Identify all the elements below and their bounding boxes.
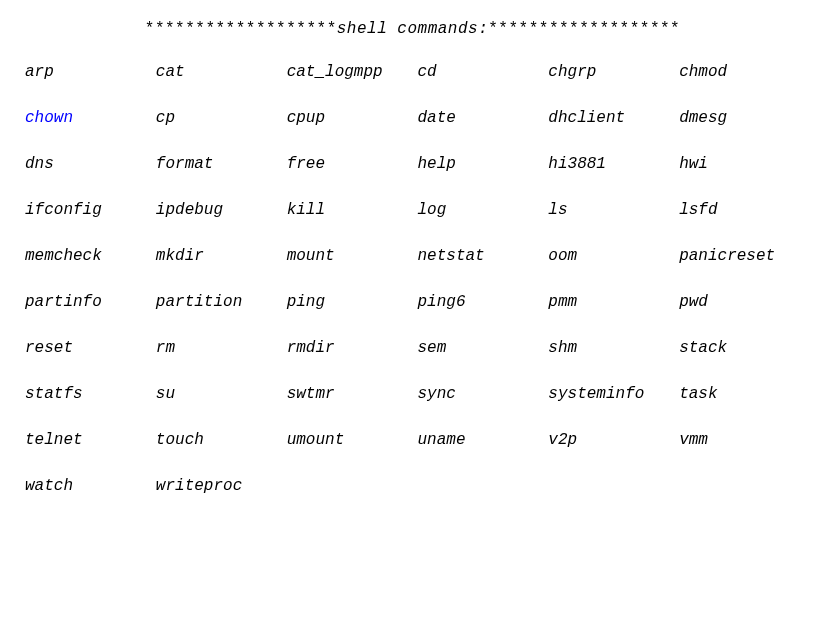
cmd-log[interactable]: log xyxy=(418,201,539,219)
cmd-chmod[interactable]: chmod xyxy=(679,63,800,81)
cmd-umount[interactable]: umount xyxy=(287,431,408,449)
cmd-lsfd[interactable]: lsfd xyxy=(679,201,800,219)
cmd-panicreset[interactable]: panicreset xyxy=(679,247,800,265)
cmd-oom[interactable]: oom xyxy=(548,247,669,265)
cmd-hi3881[interactable]: hi3881 xyxy=(548,155,669,173)
cmd-systeminfo[interactable]: systeminfo xyxy=(548,385,669,403)
cmd-ping6[interactable]: ping6 xyxy=(418,293,539,311)
cmd-dmesg[interactable]: dmesg xyxy=(679,109,800,127)
cmd-partition[interactable]: partition xyxy=(156,293,277,311)
cmd-arp[interactable]: arp xyxy=(25,63,146,81)
cmd-v2p[interactable]: v2p xyxy=(548,431,669,449)
cmd-touch[interactable]: touch xyxy=(156,431,277,449)
cmd-stack[interactable]: stack xyxy=(679,339,800,357)
header-suffix-stars: ******************* xyxy=(488,20,680,38)
cmd-pmm[interactable]: pmm xyxy=(548,293,669,311)
cmd-chown[interactable]: chown xyxy=(25,109,146,127)
cmd-ls[interactable]: ls xyxy=(548,201,669,219)
cmd-ipdebug[interactable]: ipdebug xyxy=(156,201,277,219)
cmd-netstat[interactable]: netstat xyxy=(418,247,539,265)
cmd-dns[interactable]: dns xyxy=(25,155,146,173)
cmd-telnet[interactable]: telnet xyxy=(25,431,146,449)
cmd-ifconfig[interactable]: ifconfig xyxy=(25,201,146,219)
shell-commands-header: *******************shell commands:******… xyxy=(25,20,800,38)
cmd-cat_logmpp[interactable]: cat_logmpp xyxy=(287,63,408,81)
header-title: shell commands: xyxy=(337,20,489,38)
header-prefix-stars: ******************* xyxy=(145,20,337,38)
cmd-ping[interactable]: ping xyxy=(287,293,408,311)
cmd-task[interactable]: task xyxy=(679,385,800,403)
cmd-rm[interactable]: rm xyxy=(156,339,277,357)
cmd-cd[interactable]: cd xyxy=(418,63,539,81)
cmd-sync[interactable]: sync xyxy=(418,385,539,403)
cmd-help[interactable]: help xyxy=(418,155,539,173)
cmd-mkdir[interactable]: mkdir xyxy=(156,247,277,265)
cmd-shm[interactable]: shm xyxy=(548,339,669,357)
cmd-cat[interactable]: cat xyxy=(156,63,277,81)
cmd-free[interactable]: free xyxy=(287,155,408,173)
cmd-hwi[interactable]: hwi xyxy=(679,155,800,173)
cmd-cp[interactable]: cp xyxy=(156,109,277,127)
cmd-watch[interactable]: watch xyxy=(25,477,146,495)
cmd-cpup[interactable]: cpup xyxy=(287,109,408,127)
cmd-reset[interactable]: reset xyxy=(25,339,146,357)
cmd-chgrp[interactable]: chgrp xyxy=(548,63,669,81)
cmd-pwd[interactable]: pwd xyxy=(679,293,800,311)
cmd-partinfo[interactable]: partinfo xyxy=(25,293,146,311)
command-grid: arpcatcat_logmppcdchgrpchmodchowncpcpupd… xyxy=(25,63,800,495)
cmd-rmdir[interactable]: rmdir xyxy=(287,339,408,357)
cmd-kill[interactable]: kill xyxy=(287,201,408,219)
cmd-dhclient[interactable]: dhclient xyxy=(548,109,669,127)
cmd-vmm[interactable]: vmm xyxy=(679,431,800,449)
cmd-swtmr[interactable]: swtmr xyxy=(287,385,408,403)
cmd-writeproc[interactable]: writeproc xyxy=(156,477,277,495)
cmd-uname[interactable]: uname xyxy=(418,431,539,449)
cmd-sem[interactable]: sem xyxy=(418,339,539,357)
cmd-mount[interactable]: mount xyxy=(287,247,408,265)
cmd-format[interactable]: format xyxy=(156,155,277,173)
cmd-su[interactable]: su xyxy=(156,385,277,403)
cmd-memcheck[interactable]: memcheck xyxy=(25,247,146,265)
cmd-date[interactable]: date xyxy=(418,109,539,127)
cmd-statfs[interactable]: statfs xyxy=(25,385,146,403)
